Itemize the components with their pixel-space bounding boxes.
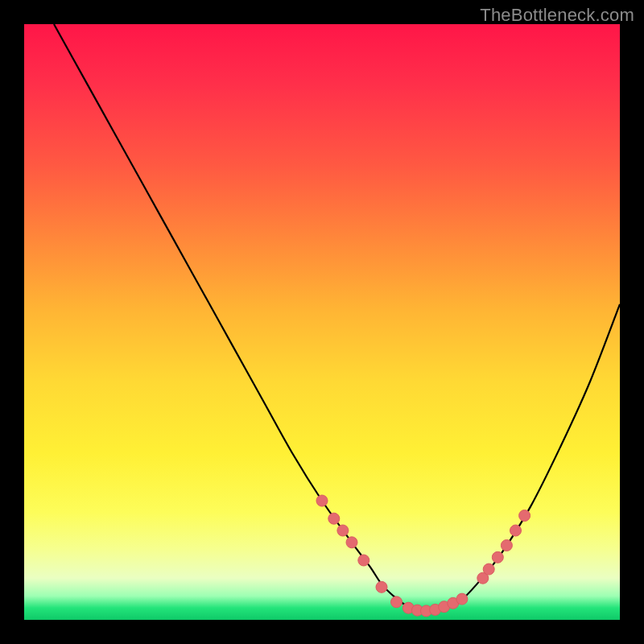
- curve-marker: [376, 581, 387, 592]
- watermark-text: TheBottleneck.com: [480, 5, 634, 26]
- curve-marker: [391, 597, 402, 608]
- curve-marker: [510, 525, 522, 536]
- curve-marker: [519, 510, 530, 522]
- plot-area: [24, 24, 620, 620]
- curve-marker: [483, 564, 494, 575]
- curve-marker: [346, 537, 357, 548]
- curve-markers: [316, 495, 530, 617]
- curve-marker: [492, 551, 503, 563]
- curve-marker: [328, 513, 340, 524]
- curve-marker: [456, 593, 468, 605]
- chart-frame: TheBottleneck.com: [0, 0, 644, 644]
- curve-marker: [501, 540, 512, 551]
- curve-layer: [24, 24, 620, 620]
- curve-marker: [358, 555, 369, 566]
- curve-marker: [337, 525, 349, 536]
- curve-marker: [316, 495, 328, 506]
